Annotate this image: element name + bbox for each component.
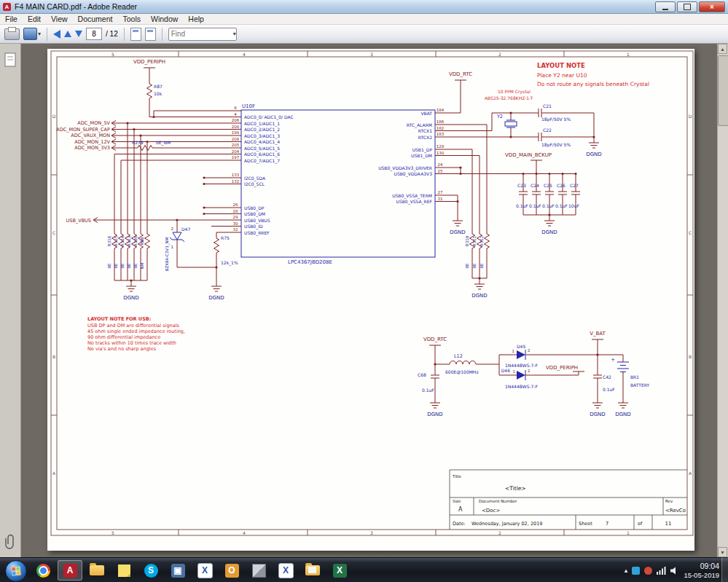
tray-clock[interactable]: 09:04 15-05-2019 — [684, 562, 719, 579]
grid-col-label: 4 — [243, 52, 246, 57]
part-value: 0.1uF — [516, 203, 528, 208]
taskbar-adobe-reader-icon[interactable]: A — [58, 560, 82, 581]
titleblock-label: Size — [453, 499, 461, 503]
toolbar-separator — [124, 28, 125, 41]
print-button[interactable] — [4, 28, 20, 40]
scroll-down-button[interactable]: ▼ — [718, 547, 727, 557]
titleblock-label: of — [638, 521, 643, 527]
start-button[interactable] — [5, 560, 27, 582]
menu-window[interactable]: Window — [146, 15, 183, 23]
page-number-input[interactable] — [86, 28, 102, 40]
grid-row-label: B — [52, 354, 55, 359]
show-desktop-button[interactable] — [721, 557, 728, 582]
previous-page-button[interactable] — [64, 31, 71, 37]
taskbar-notes-icon[interactable] — [111, 560, 136, 581]
attachments-paperclip-icon[interactable] — [4, 533, 17, 549]
window-title: F4 MAIN CARD.pdf - Adobe Reader — [15, 2, 137, 11]
part-value: 0E — [120, 263, 125, 268]
capacitor: C25 0.1uF — [542, 173, 555, 215]
taskbar-excel-doc-icon[interactable]: X — [192, 560, 217, 581]
chip-pin: 4 ADC0_0/ ADC1_0/ DAC — [230, 112, 294, 121]
taskbar-chrome-icon[interactable] — [31, 560, 55, 581]
right-array-ground: DGND — [471, 277, 487, 299]
network-icon[interactable] — [657, 567, 666, 575]
part-value: BATTERY — [630, 382, 650, 388]
zoom-in-icon[interactable] — [145, 28, 156, 41]
scroll-up-button[interactable]: ▲ — [718, 44, 727, 54]
system-tray: ▴ 09:04 15-05-2019 — [625, 558, 719, 582]
chip-part: LPC4367JBD208E — [288, 259, 332, 265]
pin-name: VBAT — [420, 111, 432, 116]
chip-i2c-pins: 133 I2C0_SDA 132 I2C0_SCL — [203, 173, 266, 187]
pin-number: 205 — [232, 143, 240, 147]
adc-wires — [111, 122, 230, 231]
menu-file[interactable]: File — [0, 15, 23, 23]
chip-ref: U10F — [242, 103, 255, 109]
minimize-button[interactable] — [655, 1, 676, 12]
pin-name: USB1_DM — [411, 153, 432, 159]
next-page-button[interactable] — [75, 31, 82, 37]
pages-panel-icon[interactable] — [4, 52, 17, 68]
vertical-scrollbar[interactable]: ▲ ▼ — [717, 44, 728, 557]
pin-name: ADC0_4/ADC1_4 — [244, 139, 280, 145]
taskbar-outlook-icon[interactable]: O — [219, 560, 244, 581]
menu-help[interactable]: Help — [183, 15, 209, 23]
title-block: Title <Title> Size A Document Number <Do… — [450, 470, 687, 530]
pin-name: USB1_DP — [412, 147, 433, 153]
taskbar-excel-doc2-icon[interactable]: X — [273, 560, 298, 581]
pin-name: ADC0_6/ADC1_6 — [244, 152, 280, 157]
pin-number: 1 — [171, 245, 174, 249]
titleblock-sheet: 7 — [606, 521, 608, 527]
ground-label: DGND — [427, 412, 442, 417]
grid-row-label: A — [689, 471, 692, 476]
net-label-text: ADC_MON_12V — [74, 139, 110, 145]
save-dropdown-button[interactable]: ▾ — [23, 28, 41, 40]
vssa-ground: DGND — [446, 195, 466, 235]
menu-edit[interactable]: Edit — [23, 15, 46, 23]
taskbar-excel-icon[interactable]: X — [327, 560, 352, 581]
layout-note-usb: LAYOUT NOTE FOR USB: USB DP and DM are d… — [87, 316, 185, 352]
net-label-text: USB_VBUS — [66, 218, 91, 224]
find-dropdown-icon[interactable]: ▾ — [233, 31, 236, 37]
taskbar-app-icon[interactable]: ▣ — [165, 560, 190, 581]
taskbar-skype-icon[interactable]: S — [138, 560, 163, 581]
pin-name: ADC0_0/ ADC1_0/ DAC — [244, 114, 294, 120]
scrollbar-thumb[interactable] — [718, 55, 728, 126]
layout-note-crystal: LAYOUT NOTE Place Y2 near U10 Do not rou… — [537, 62, 649, 87]
grid-col-label: 4 — [243, 530, 246, 535]
zoom-out-icon[interactable] — [130, 28, 141, 41]
pdf-page: 5 4 3 2 1 5 4 3 2 1 D C B A D C B A LAYO… — [47, 49, 694, 551]
net-label-text: ADC_VAUX_MON — [71, 133, 110, 138]
titleblock-size: A — [458, 506, 463, 513]
ref-designator: C26 — [557, 183, 565, 188]
pin-number: 31 — [438, 197, 443, 201]
menu-document[interactable]: Document — [73, 15, 118, 23]
pin-number: 184 — [437, 108, 445, 112]
part-value: ABS25-32.768KHZ-1-T — [485, 95, 533, 101]
volume-icon[interactable] — [670, 567, 679, 575]
net-label-text: ADC_MON_3V3 — [74, 145, 110, 151]
taskbar-folder-icon[interactable] — [300, 560, 325, 581]
menu-tools[interactable]: Tools — [117, 15, 146, 23]
net-label: ADC_MON_5V — [77, 120, 116, 126]
tray-app1-icon[interactable] — [632, 567, 640, 575]
chip-pin: 24 USB0_VDDA3V3_DRIVER — [378, 162, 446, 171]
chip-u10f: U10F LPC4367JBD208E 8 4 ADC0_0/ ADC1_0/ … — [203, 103, 446, 265]
maximize-button[interactable] — [677, 1, 697, 12]
menu-view[interactable]: View — [46, 15, 73, 23]
ground-label: DGND — [586, 152, 601, 157]
previous-view-icon[interactable] — [53, 30, 60, 39]
part-value: 0.1uF — [422, 388, 434, 393]
tray-app2-icon[interactable] — [644, 567, 652, 575]
chip-usb-pins: 26 USB0_DP 28 USB0_DM 29 USB0_VBUS 30 US… — [230, 202, 270, 236]
toolbar-separator — [162, 28, 163, 41]
taskbar-explorer-icon[interactable] — [85, 560, 109, 581]
capacitor: C26 0.1uF — [555, 173, 568, 215]
titleblock-pages: 11 — [665, 521, 672, 527]
hidden-icons-caret[interactable]: ▴ — [625, 567, 628, 574]
find-input[interactable] — [169, 30, 233, 38]
net-label-text: ADC_MON_5V — [77, 120, 110, 126]
document-area[interactable]: 5 4 3 2 1 5 4 3 2 1 D C B A D C B A LAYO… — [21, 44, 718, 557]
taskbar-3d-app-icon[interactable] — [246, 560, 271, 581]
close-button[interactable]: × — [699, 1, 725, 12]
